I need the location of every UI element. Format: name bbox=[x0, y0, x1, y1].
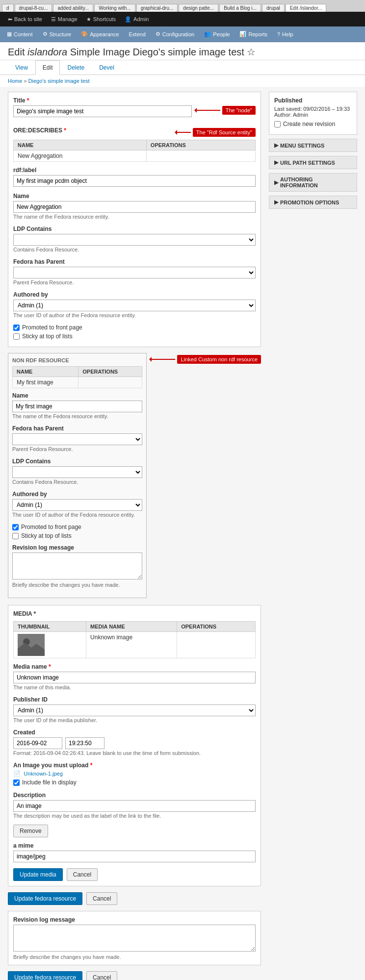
ore-describes-label: ORE:DESCRIBES * bbox=[13, 127, 172, 134]
help-icon: ? bbox=[277, 31, 280, 37]
tab-working[interactable]: Working with... bbox=[94, 4, 135, 12]
file-link[interactable]: Unknown-1.jpeg bbox=[24, 771, 63, 777]
breadcrumb-page-link[interactable]: Diego's simple image test bbox=[28, 78, 90, 84]
non-rdf-sticky-label: Sticky at top of lists bbox=[21, 532, 72, 539]
tab-d[interactable]: d bbox=[2, 4, 14, 12]
description-label: Description bbox=[13, 792, 256, 799]
publisher-id-select[interactable]: Admin (1) bbox=[13, 704, 256, 716]
update-fedora-button[interactable]: Update fedora resource bbox=[8, 892, 82, 905]
name-input[interactable] bbox=[13, 201, 256, 213]
sticky-checkbox[interactable] bbox=[13, 333, 20, 340]
revision-log-description: Briefly describe the changes you have ma… bbox=[12, 582, 142, 588]
create-revision-checkbox[interactable] bbox=[274, 121, 281, 127]
ldp-contains-select[interactable] bbox=[13, 234, 256, 246]
main-layout: Title * The "node" ORE bbox=[0, 87, 365, 980]
secondary-reports[interactable]: 📊 Reports bbox=[235, 28, 272, 40]
tab-blog[interactable]: Build a Blog i... bbox=[219, 4, 261, 12]
page-tabs: View Edit Delete Devel bbox=[0, 60, 365, 75]
non-rdf-fedora-parent-label: Fedora has Parent bbox=[12, 425, 142, 432]
non-rdf-sticky-checkbox[interactable] bbox=[12, 533, 19, 539]
image-upload-group: An Image you must upload * 📄 Unknown-1.j… bbox=[13, 762, 256, 786]
manage-menu[interactable]: ☰ Manage bbox=[47, 13, 81, 25]
back-to-site[interactable]: ⬅ Back to site bbox=[4, 13, 46, 25]
mime-input[interactable] bbox=[13, 851, 256, 862]
triangle-icon: ▶ bbox=[274, 179, 278, 186]
include-file-row: Include file in display bbox=[13, 779, 256, 786]
star-icon: ★ bbox=[86, 16, 91, 23]
fedora-parent-group: Fedora has Parent Parent Fedora Resource… bbox=[13, 258, 256, 285]
mime-label: a mime bbox=[13, 842, 256, 849]
non-rdf-promoted-checkbox[interactable] bbox=[12, 524, 19, 530]
non-rdf-ldp-select[interactable] bbox=[12, 466, 142, 478]
promotion-panel: ▶ PROMOTION OPTIONS bbox=[269, 196, 357, 209]
secondary-structure[interactable]: ⚙ Structure bbox=[38, 28, 77, 40]
media-name-input[interactable] bbox=[13, 672, 256, 683]
tab-delete[interactable]: Delete bbox=[60, 60, 92, 75]
secondary-appearance[interactable]: 🎨 Appearance bbox=[76, 28, 124, 40]
media-name-col: MEDIA NAME bbox=[86, 622, 177, 632]
cancel-button2[interactable]: Cancel bbox=[86, 971, 117, 980]
rdf-label-input[interactable] bbox=[13, 175, 256, 187]
update-media-button[interactable]: Update media bbox=[13, 868, 63, 881]
secondary-content[interactable]: ▦ Content bbox=[2, 28, 38, 40]
non-rdf-promoted-row: Promoted to front page bbox=[12, 524, 142, 530]
home-icon: ⬅ bbox=[8, 16, 12, 23]
tab-graphical[interactable]: graphical-dru... bbox=[136, 4, 178, 12]
media-ops-col: OPERATIONS bbox=[177, 622, 256, 632]
revision-log-textarea[interactable] bbox=[12, 553, 142, 579]
non-rdf-ldp-group: LDP Contains Contains Fedora Resource. bbox=[12, 458, 142, 485]
ldp-contains-group: LDP Contains Contains Fedora Resource. bbox=[13, 226, 256, 252]
media-thumbnail-col: THUMBNAIL bbox=[14, 622, 86, 632]
authoring-header[interactable]: ▶ AUTHORING INFORMATION bbox=[269, 174, 357, 191]
authored-by-select[interactable]: Admin (1) bbox=[13, 300, 256, 311]
tab-view[interactable]: View bbox=[8, 60, 35, 75]
secondary-configuration[interactable]: ⚙ Configuration bbox=[151, 28, 199, 40]
tab-devel[interactable]: Devel bbox=[92, 60, 122, 75]
aggregation-name-cell: New Aggregation bbox=[14, 151, 147, 162]
tab-drupal2[interactable]: drupal bbox=[262, 4, 285, 12]
revision-log-group: Revision log message Briefly describe th… bbox=[12, 544, 142, 588]
fedora-parent-select[interactable] bbox=[13, 267, 256, 278]
secondary-help[interactable]: ? Help bbox=[272, 28, 298, 40]
cancel-fedora-button[interactable]: Cancel bbox=[86, 892, 117, 905]
tab-drupal[interactable]: drupal-8-cu... bbox=[15, 4, 52, 12]
admin-bar: ⬅ Back to site ☰ Manage ★ Shortcuts 👤 Ad… bbox=[0, 12, 365, 26]
promotion-header[interactable]: ▶ PROMOTION OPTIONS bbox=[269, 196, 357, 208]
cancel-media-button[interactable]: Cancel bbox=[67, 868, 98, 881]
update-fedora-button2[interactable]: Update fedora resource bbox=[8, 971, 82, 980]
promoted-checkbox-row: Promoted to front page bbox=[13, 324, 256, 331]
tab-edit-islandor[interactable]: Edit /islandor... bbox=[286, 4, 327, 12]
authoring-panel: ▶ AUTHORING INFORMATION bbox=[269, 173, 357, 192]
tab-edit[interactable]: Edit bbox=[35, 60, 60, 75]
promoted-checkbox[interactable] bbox=[13, 325, 20, 331]
name-field-label: Name bbox=[13, 193, 256, 200]
menu-settings-header[interactable]: ▶ MENU SETTINGS bbox=[269, 139, 357, 151]
config-icon: ⚙ bbox=[156, 31, 160, 37]
url-path-panel: ▶ URL PATH SETTINGS bbox=[269, 156, 357, 169]
triangle-icon: ▶ bbox=[274, 199, 278, 205]
non-rdf-fedora-parent-group: Fedora has Parent Parent Fedora Resource… bbox=[12, 425, 142, 452]
fedora-buttons-row: Update fedora resource Cancel bbox=[8, 892, 261, 905]
created-time-input[interactable] bbox=[65, 737, 104, 749]
shortcuts-menu[interactable]: ★ Shortcuts bbox=[82, 13, 120, 25]
non-rdf-name-input[interactable] bbox=[12, 401, 142, 412]
description-group: Description The description may be used … bbox=[13, 792, 256, 819]
non-rdf-fedora-parent-select[interactable] bbox=[12, 433, 142, 445]
non-rdf-authored-select[interactable]: Admin (1) bbox=[12, 499, 142, 511]
admin-user[interactable]: 👤 Admin bbox=[121, 13, 153, 25]
tab-added[interactable]: added ability... bbox=[53, 4, 93, 12]
secondary-people[interactable]: 👥 People bbox=[199, 28, 235, 40]
include-file-checkbox[interactable] bbox=[13, 779, 20, 786]
url-path-header[interactable]: ▶ URL PATH SETTINGS bbox=[269, 156, 357, 169]
title-input[interactable] bbox=[13, 105, 192, 117]
description-input[interactable] bbox=[13, 800, 256, 812]
secondary-extend[interactable]: Extend bbox=[124, 28, 151, 40]
revision-log2-textarea[interactable] bbox=[13, 925, 256, 952]
breadcrumb-home[interactable]: Home bbox=[8, 78, 22, 84]
non-rdf-fedora-parent-description: Parent Fedora Resource. bbox=[12, 446, 142, 452]
created-date-input[interactable] bbox=[13, 737, 62, 749]
rdf-label-label: rdf:label bbox=[13, 167, 256, 174]
media-name-group: Media name * The name of this media. bbox=[13, 663, 256, 690]
remove-button[interactable]: Remove bbox=[13, 825, 48, 837]
tab-design[interactable]: design patte... bbox=[179, 4, 218, 12]
